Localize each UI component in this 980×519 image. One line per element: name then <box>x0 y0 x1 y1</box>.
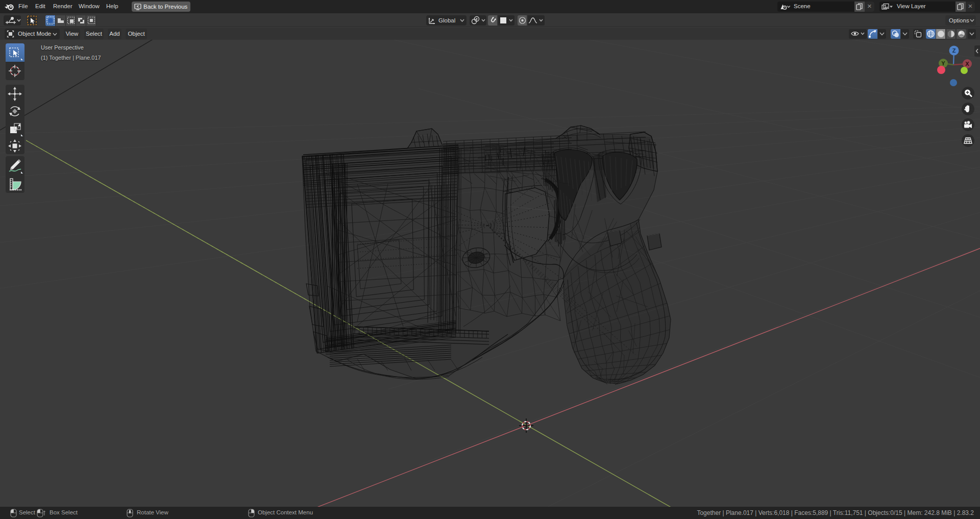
svg-text:X: X <box>965 61 969 67</box>
svg-text:Z: Z <box>952 47 956 54</box>
svg-text:Y: Y <box>941 60 945 66</box>
